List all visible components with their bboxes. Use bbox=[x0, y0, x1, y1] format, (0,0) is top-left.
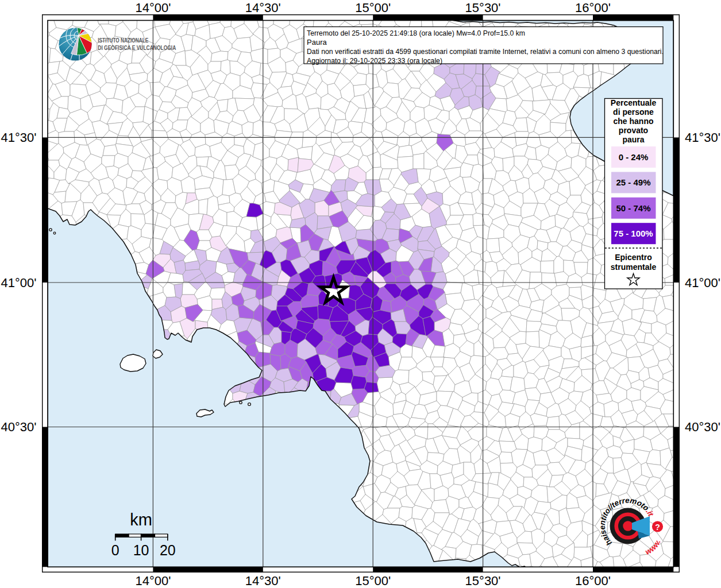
svg-text:41°00': 41°00' bbox=[1, 276, 37, 290]
svg-text:paura: paura bbox=[622, 135, 644, 144]
svg-text:Dati non verificati estratti d: Dati non verificati estratti da 4599 que… bbox=[307, 47, 664, 56]
svg-text:che hanno: che hanno bbox=[613, 117, 653, 126]
svg-text:41°00': 41°00' bbox=[685, 276, 720, 290]
svg-text:Percentuale: Percentuale bbox=[611, 98, 657, 107]
svg-text:ISTITUTO NAZIONALE: ISTITUTO NAZIONALE bbox=[98, 37, 148, 44]
svg-text:Aggiornato il: 29-10-2025 23:3: Aggiornato il: 29-10-2025 23:33 (ora loc… bbox=[307, 56, 442, 65]
svg-text:Epicentro: Epicentro bbox=[615, 253, 652, 262]
svg-text:14°30': 14°30' bbox=[245, 574, 281, 588]
svg-text:15°00': 15°00' bbox=[355, 1, 391, 15]
svg-text:41°30': 41°30' bbox=[685, 130, 720, 145]
svg-text:14°30': 14°30' bbox=[245, 1, 281, 15]
svg-text:0 - 24%: 0 - 24% bbox=[619, 152, 649, 162]
svg-text:Terremoto del 25-10-2025 21:49: Terremoto del 25-10-2025 21:49:18 (ora l… bbox=[307, 29, 525, 37]
svg-text:DI GEOFISICA E VULCANOLOGIA: DI GEOFISICA E VULCANOLOGIA bbox=[98, 44, 176, 51]
svg-text:?: ? bbox=[655, 523, 660, 532]
svg-text:40°30': 40°30' bbox=[1, 420, 37, 434]
svg-text:20: 20 bbox=[160, 542, 176, 558]
svg-text:50 - 74%: 50 - 74% bbox=[616, 203, 650, 213]
svg-text:0: 0 bbox=[111, 542, 119, 558]
svg-text:km: km bbox=[130, 510, 152, 529]
svg-text:15°30': 15°30' bbox=[465, 574, 501, 588]
svg-text:15°00': 15°00' bbox=[355, 574, 391, 588]
svg-text:41°30': 41°30' bbox=[1, 130, 37, 145]
svg-text:16°00': 16°00' bbox=[575, 574, 611, 588]
svg-text:Paura: Paura bbox=[307, 38, 327, 47]
svg-text:14°00': 14°00' bbox=[135, 1, 171, 15]
svg-text:10: 10 bbox=[133, 542, 149, 558]
svg-text:16°00': 16°00' bbox=[575, 1, 611, 15]
svg-text:15°30': 15°30' bbox=[465, 1, 501, 15]
svg-text:75 - 100%: 75 - 100% bbox=[614, 229, 653, 238]
svg-text:strumentale: strumentale bbox=[611, 262, 657, 272]
svg-text:40°30': 40°30' bbox=[685, 420, 720, 434]
svg-text:di persone: di persone bbox=[613, 107, 654, 117]
svg-text:provato: provato bbox=[619, 126, 648, 135]
svg-text:14°00': 14°00' bbox=[135, 574, 171, 588]
svg-text:25 - 49%: 25 - 49% bbox=[616, 177, 650, 187]
